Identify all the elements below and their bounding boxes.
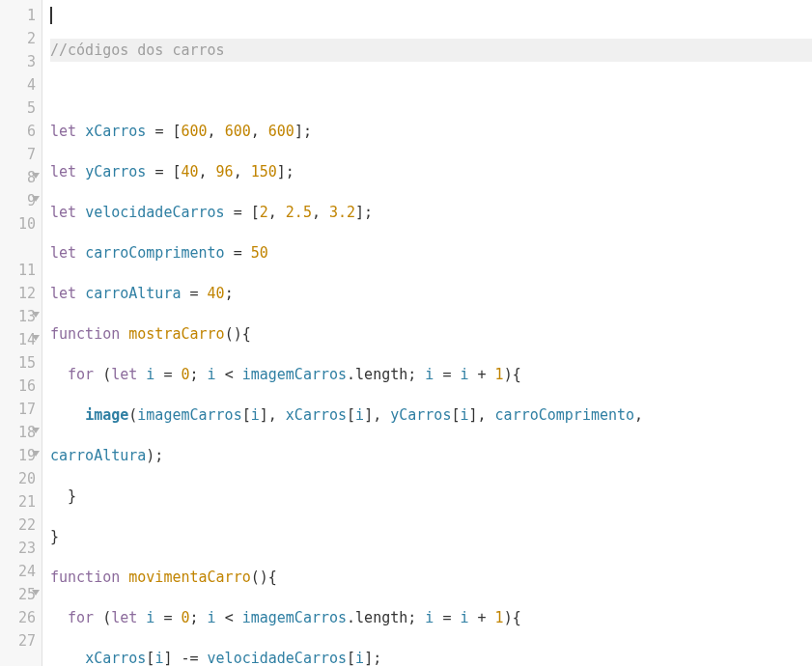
code-line: let carroComprimento = 50: [50, 241, 812, 264]
line-number: 20: [0, 467, 36, 490]
line-number: 3: [0, 50, 36, 73]
line-number: 8: [0, 166, 36, 189]
line-number: 7: [0, 143, 36, 166]
code-line: carroAltura);: [50, 444, 812, 467]
line-number: 13: [0, 305, 36, 328]
fold-arrow-icon[interactable]: [32, 428, 40, 433]
line-number: 14: [0, 328, 36, 351]
code-line: for (let i = 0; i < imagemCarros.length;…: [50, 606, 812, 629]
fold-arrow-icon[interactable]: [32, 196, 40, 202]
line-number: [0, 236, 36, 259]
code-line: let yCarros = [40, 96, 150];: [50, 160, 812, 183]
line-number: 21: [0, 490, 36, 513]
code-line: [50, 79, 812, 102]
line-number: 23: [0, 537, 36, 560]
code-line: }: [50, 525, 812, 548]
line-number: 24: [0, 560, 36, 583]
code-line: }: [50, 485, 812, 508]
line-number: 22: [0, 513, 36, 537]
code-line: xCarros[i] -= velocidadeCarros[i];: [50, 647, 812, 666]
line-number: 12: [0, 282, 36, 305]
code-editor-content[interactable]: //códigos dos carros let xCarros = [600,…: [42, 0, 812, 666]
line-number: 4: [0, 73, 36, 97]
line-number: 2: [0, 27, 36, 50]
comment-text: //códigos dos carros: [50, 42, 225, 59]
line-number: 26: [0, 606, 36, 629]
line-number: 17: [0, 398, 36, 421]
line-number: 1: [0, 4, 36, 27]
code-line: function mostraCarro(){: [50, 322, 812, 346]
code-line: let xCarros = [600, 600, 600];: [50, 120, 812, 143]
text-cursor: [50, 7, 52, 24]
code-line: image(imagemCarros[i], xCarros[i], yCarr…: [50, 403, 812, 427]
fold-arrow-icon[interactable]: [32, 590, 40, 596]
fold-arrow-icon[interactable]: [32, 451, 40, 457]
line-number: 27: [0, 629, 36, 652]
line-number: 19: [0, 444, 36, 467]
code-line: let carroAltura = 40;: [50, 282, 812, 305]
fold-arrow-icon[interactable]: [32, 312, 40, 318]
line-number: 10: [0, 212, 36, 236]
code-line: for (let i = 0; i < imagemCarros.length;…: [50, 363, 812, 386]
fold-arrow-icon[interactable]: [32, 335, 40, 341]
line-number: 6: [0, 120, 36, 143]
line-number: 18: [0, 421, 36, 444]
code-line: let velocidadeCarros = [2, 2.5, 3.2];: [50, 201, 812, 224]
code-line: //códigos dos carros: [50, 39, 812, 62]
line-number: 16: [0, 375, 36, 398]
line-number: 15: [0, 351, 36, 375]
line-number: 11: [0, 259, 36, 282]
code-line: function movimentaCarro(){: [50, 566, 812, 589]
line-number: 9: [0, 189, 36, 212]
line-number-gutter: 1234567891011121314151617181920212223242…: [0, 0, 42, 666]
line-number: 25: [0, 583, 36, 606]
line-number: 5: [0, 97, 36, 120]
fold-arrow-icon[interactable]: [32, 173, 40, 179]
